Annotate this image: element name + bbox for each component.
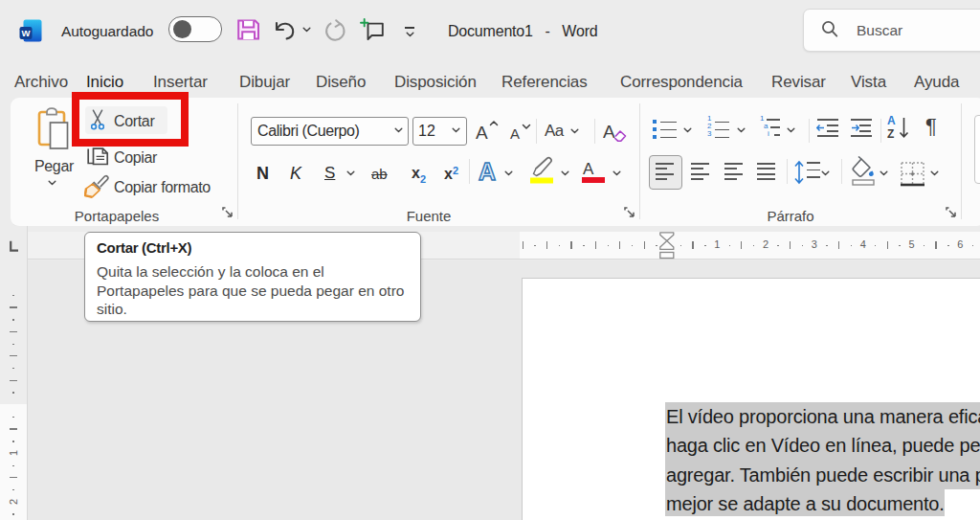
svg-text:W: W [22, 28, 31, 38]
svg-text:A: A [510, 125, 520, 142]
svg-text:A: A [603, 122, 615, 142]
svg-text:A: A [479, 158, 496, 184]
svg-text:A: A [476, 123, 488, 143]
